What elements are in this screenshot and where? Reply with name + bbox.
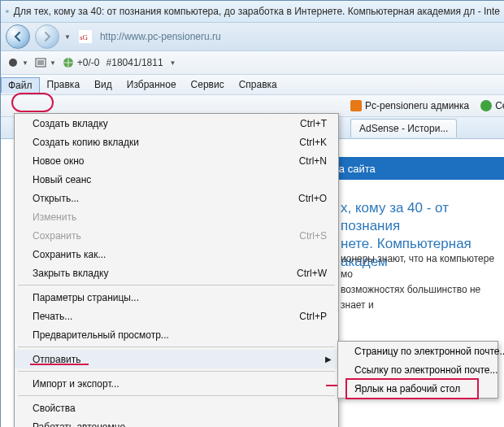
menu-item-send[interactable]: Отправить▶: [15, 350, 338, 368]
menu-item-import-export[interactable]: Импорт и экспорт...: [15, 374, 338, 393]
forward-button[interactable]: [35, 24, 59, 49]
menu-file[interactable]: Файл: [1, 77, 40, 93]
menu-item-open[interactable]: Открыть...Ctrl+O: [15, 189, 338, 207]
menu-separator: [18, 395, 335, 396]
submenu-item-desktop-shortcut[interactable]: Ярлык на рабочий стол: [338, 379, 497, 398]
menu-favorites[interactable]: Избранное: [119, 76, 184, 93]
toolbar-item[interactable]: ▼: [35, 57, 56, 68]
file-menu-dropdown: Создать вкладкуCtrl+T Создать копию вкла…: [14, 113, 339, 427]
address-url[interactable]: http://www.pc-pensioneru.ru: [100, 31, 221, 42]
menu-item-save-as[interactable]: Сохранить как...: [15, 245, 338, 264]
svg-point-4: [9, 59, 17, 67]
menu-help[interactable]: Справка: [232, 76, 285, 93]
favicon-icon: [350, 100, 362, 111]
menu-item-close-tab[interactable]: Закрыть вкладкуCtrl+W: [15, 264, 338, 282]
browser-tab[interactable]: AdSense - Истори...: [350, 119, 457, 137]
menu-view[interactable]: Вид: [87, 76, 119, 93]
menubar: Файл Правка Вид Избранное Сервис Справка: [1, 75, 504, 95]
menu-service[interactable]: Сервис: [184, 76, 232, 93]
menu-item-new-tab[interactable]: Создать вкладкуCtrl+T: [15, 114, 338, 133]
menu-edit[interactable]: Правка: [40, 76, 88, 93]
bookmark-link[interactable]: Pc-pensioneru админка: [350, 100, 469, 111]
menu-item-duplicate-tab[interactable]: Создать копию вкладкиCtrl+K: [15, 133, 338, 151]
globe-icon: [63, 57, 74, 68]
ie-icon: [6, 5, 9, 18]
site-favicon: sG: [79, 30, 92, 43]
titlebar: Для тех, кому за 40: от познания компьют…: [1, 1, 504, 23]
submenu-item-link-by-email[interactable]: Ссылку по электронной почте...: [338, 360, 497, 379]
bookmark-link[interactable]: Сергей Гео: [480, 100, 504, 111]
menu-item-print[interactable]: Печать...Ctrl+P: [15, 307, 338, 325]
navbar: ▼ sG http://www.pc-pensioneru.ru: [1, 23, 504, 51]
checklist-icon: [35, 57, 46, 68]
toolbar: ▼ ▼ +0/-0 #18041/1811▼: [1, 51, 504, 75]
toolbar-zoom[interactable]: +0/-0: [63, 57, 100, 68]
submenu-arrow-icon: ▶: [325, 355, 332, 364]
menu-item-properties[interactable]: Свойства: [15, 399, 338, 417]
favicon-icon: [480, 100, 492, 111]
toolbar-counter[interactable]: #18041/1811▼: [106, 57, 176, 68]
send-submenu: Страницу по электронной почте... Ссылку …: [337, 341, 498, 399]
menu-item-print-preview[interactable]: Предварительный просмотр...: [15, 325, 338, 344]
menu-item-new-session[interactable]: Новый сеанс: [15, 170, 338, 189]
site-banner: та сайта: [326, 157, 504, 180]
menu-item-work-offline[interactable]: Работать автономно: [15, 417, 338, 427]
menu-separator: [18, 371, 335, 372]
browser-window: Для тех, кому за 40: от познания компьют…: [0, 0, 504, 427]
dot-icon: [7, 57, 19, 68]
back-button[interactable]: [6, 24, 30, 49]
toolbar-item[interactable]: ▼: [7, 57, 28, 68]
zoom-level: +0/-0: [77, 57, 100, 68]
svg-text:sG: sG: [80, 33, 89, 41]
menu-item-edit: Изменить: [15, 207, 338, 226]
menu-separator: [18, 346, 335, 347]
window-title: Для тех, кому за 40: от познания компьют…: [14, 6, 500, 17]
menu-item-save: СохранитьCtrl+S: [15, 226, 338, 245]
history-dropdown-icon[interactable]: ▼: [64, 33, 71, 41]
menu-item-page-setup[interactable]: Параметры страницы...: [15, 288, 338, 307]
menu-separator: [18, 285, 335, 285]
menu-item-new-window[interactable]: Новое окноCtrl+N: [15, 151, 338, 170]
submenu-item-page-by-email[interactable]: Страницу по электронной почте...: [338, 342, 497, 360]
